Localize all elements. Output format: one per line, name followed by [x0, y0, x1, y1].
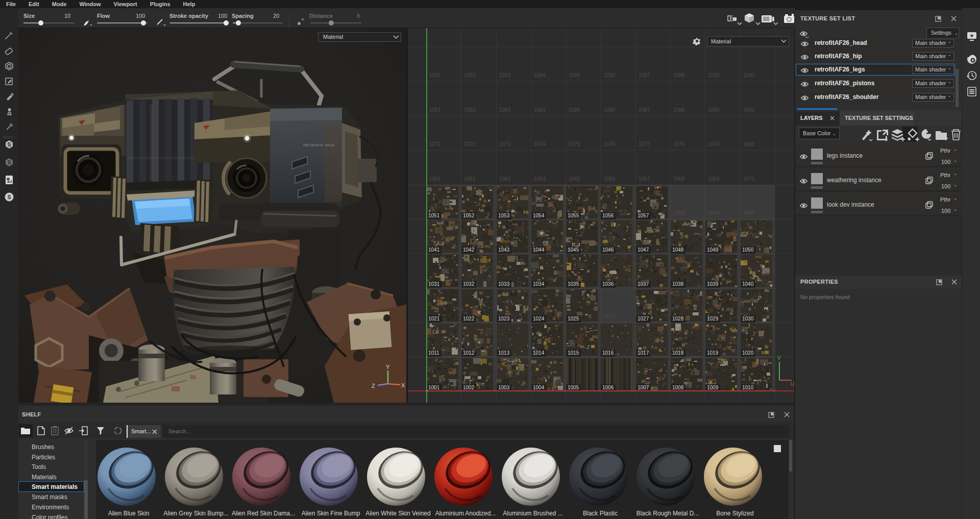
- svg-text:RETROFIT AF26: RETROFIT AF26: [303, 143, 335, 147]
- svg-text:X: X: [401, 382, 405, 388]
- svg-text:S: S: [8, 142, 11, 147]
- svg-text:Z: Z: [372, 383, 375, 389]
- svg-text:Y: Y: [386, 364, 390, 370]
- svg-text:U: U: [791, 381, 794, 386]
- svg-text:V: V: [777, 355, 781, 361]
- svg-text:S: S: [8, 194, 11, 200]
- svg-text:S: S: [8, 160, 11, 165]
